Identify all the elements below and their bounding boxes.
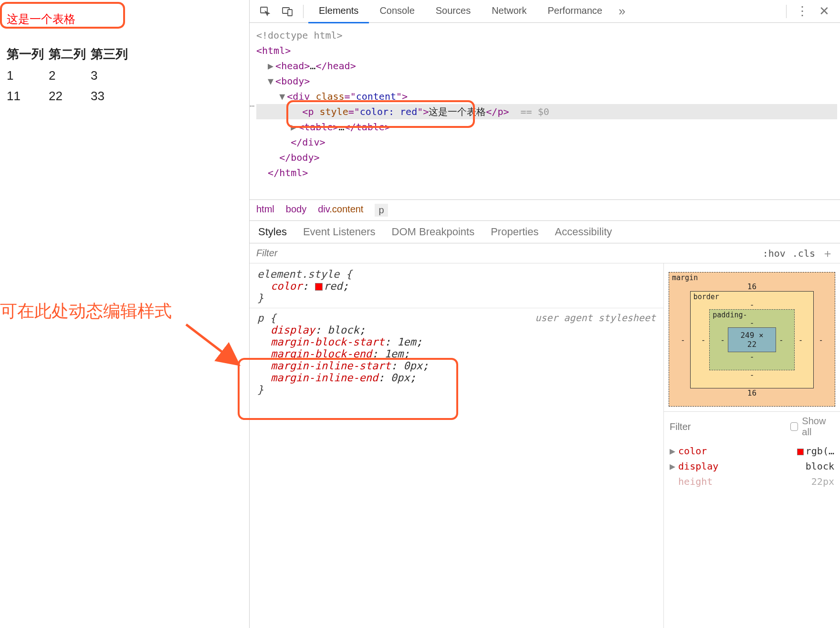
- styles-filter-input[interactable]: [250, 245, 756, 262]
- dom-selected-node[interactable]: ⋯ <p style="color: red">这是一个表格</p> == $0: [256, 104, 837, 119]
- breadcrumb-item[interactable]: html: [256, 204, 274, 217]
- demo-table: 第一列 第二列 第三列 1 2 3 11 22 33: [7, 44, 133, 105]
- computed-sidebar: margin 16 - border - -: [663, 263, 840, 628]
- styles-subtabs: Styles Event Listeners DOM Breakpoints P…: [250, 221, 840, 243]
- svg-line-0: [186, 324, 239, 365]
- annotation-label: 可在此处动态编辑样式: [0, 300, 172, 323]
- cls-toggle[interactable]: .cls: [792, 248, 815, 259]
- device-toolbar-icon[interactable]: [280, 4, 294, 19]
- dom-tree[interactable]: <!doctype html> <html> ▶<head>…</head> ▼…: [250, 23, 840, 199]
- computed-filter-input[interactable]: [670, 421, 790, 432]
- breadcrumb-item[interactable]: div.content: [318, 204, 363, 217]
- devtools-panel: Elements Console Sources Network Perform…: [249, 0, 840, 628]
- more-tabs-icon[interactable]: »: [613, 4, 631, 19]
- expand-icon[interactable]: ▶: [291, 119, 298, 135]
- svg-rect-3: [288, 10, 292, 16]
- styles-panel: Styles Event Listeners DOM Breakpoints P…: [250, 220, 840, 628]
- dom-html-open[interactable]: <html>: [256, 45, 291, 56]
- devtools-tab-strip: Elements Console Sources Network Perform…: [308, 0, 613, 23]
- styles-filter-row: :hov .cls ＋: [250, 243, 840, 263]
- tab-elements[interactable]: Elements: [308, 0, 369, 23]
- collapse-icon[interactable]: ▼: [268, 73, 275, 89]
- box-model-content: 249 × 22: [728, 327, 776, 352]
- expand-icon[interactable]: ▶: [268, 58, 275, 73]
- breadcrumb-item[interactable]: body: [286, 204, 306, 217]
- annotation-box-title: [0, 2, 125, 29]
- subtab-properties[interactable]: Properties: [491, 226, 538, 238]
- computed-properties[interactable]: ▶colorrgb(… ▶displayblock ▶height22px: [664, 441, 840, 491]
- subtab-dom-breakpoints[interactable]: DOM Breakpoints: [392, 226, 475, 238]
- kebab-menu-icon[interactable]: ⋮: [795, 4, 809, 19]
- rule-source: user agent stylesheet: [535, 312, 656, 324]
- table-header: 第二列: [49, 44, 91, 64]
- annotation-arrow-icon: [186, 324, 248, 375]
- show-all-label: Show all: [802, 416, 834, 438]
- element-style-rule[interactable]: element.style { color: red; }: [257, 268, 656, 304]
- table-row: 1 2 3: [7, 64, 133, 85]
- subtab-styles[interactable]: Styles: [258, 226, 287, 238]
- subtab-accessibility[interactable]: Accessibility: [555, 226, 612, 238]
- close-icon[interactable]: ✕: [817, 4, 831, 19]
- subtab-event-listeners[interactable]: Event Listeners: [303, 226, 376, 238]
- devtools-toolbar: Elements Console Sources Network Perform…: [250, 0, 840, 23]
- hov-toggle[interactable]: :hov: [763, 248, 786, 259]
- color-swatch-icon[interactable]: [315, 283, 323, 291]
- new-rule-icon[interactable]: ＋: [822, 246, 833, 261]
- box-model-diagram[interactable]: margin 16 - border - -: [664, 263, 840, 411]
- table-header: 第一列: [7, 44, 49, 64]
- dom-doctype: <!doctype html>: [256, 30, 343, 41]
- color-swatch-icon: [797, 449, 804, 455]
- table-header: 第三列: [91, 44, 133, 64]
- css-rules-list[interactable]: element.style { color: red; } user agent…: [250, 263, 663, 628]
- tab-console[interactable]: Console: [369, 0, 425, 23]
- table-row: 11 22 33: [7, 85, 133, 105]
- tab-sources[interactable]: Sources: [425, 0, 481, 23]
- tab-performance[interactable]: Performance: [537, 0, 613, 23]
- inspect-element-icon[interactable]: [258, 4, 273, 19]
- computed-filter-row: Show all: [664, 411, 840, 441]
- collapse-icon[interactable]: ▼: [279, 89, 287, 104]
- rendered-page: 这是一个表格 第一列 第二列 第三列 1 2 3 11 22 33 可在此处动态…: [0, 0, 249, 628]
- user-agent-rule: user agent stylesheet p { display: block…: [257, 312, 656, 396]
- tab-network[interactable]: Network: [481, 0, 537, 23]
- breadcrumb-current[interactable]: p: [375, 204, 388, 217]
- dom-breadcrumb: html body div.content p: [250, 199, 840, 220]
- show-all-checkbox[interactable]: [790, 422, 798, 431]
